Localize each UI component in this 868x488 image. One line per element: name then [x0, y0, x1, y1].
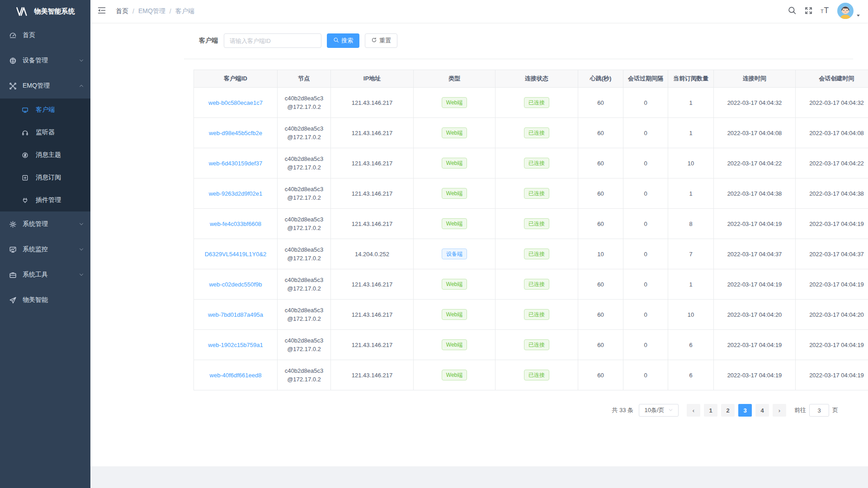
heartbeat-cell: 60: [578, 209, 623, 239]
heartbeat-cell: 60: [578, 178, 623, 209]
page-button-2[interactable]: 2: [721, 404, 735, 417]
sidebar-item-system-monitoring[interactable]: 系统监控: [0, 237, 90, 262]
created-at-cell: 2022-03-17 04:04:22: [796, 148, 868, 178]
type-badge: Web端: [442, 339, 467, 350]
type-badge: 设备端: [442, 249, 467, 259]
expiry-cell: 0: [623, 239, 668, 269]
ip-cell: 121.43.146.217: [331, 148, 414, 178]
sidebar-item-device-management[interactable]: 设备管理: [0, 48, 90, 73]
next-page-button[interactable]: ›: [773, 404, 786, 417]
sidebar-item-listener[interactable]: 监听器: [0, 121, 90, 144]
emq-icon: [9, 82, 17, 90]
topic-icon: [22, 152, 28, 159]
client-id-link[interactable]: web-b0c580ecae1c7: [208, 99, 263, 106]
created-at-cell: 2022-03-17 04:04:38: [796, 178, 868, 209]
user-menu[interactable]: [837, 3, 861, 20]
column-header: 连接时间: [714, 70, 796, 88]
subscriptions-cell: 1: [668, 118, 714, 148]
node-cell: c40b2d8ea5c3@172.17.0.2: [278, 118, 331, 148]
heartbeat-cell: 60: [578, 300, 623, 330]
page-button-4[interactable]: 4: [755, 404, 769, 417]
table-row: web-7bd01d87a495ac40b2d8ea5c3@172.17.0.2…: [194, 300, 868, 330]
sidebar-item-label: 设备管理: [23, 56, 48, 65]
page-size-select[interactable]: 10条/页: [639, 404, 679, 417]
sidebar-item-message-topic[interactable]: 消息主题: [0, 144, 90, 166]
status-badge: 已连接: [524, 339, 549, 350]
connected-at-cell: 2022-03-17 04:04:19: [714, 269, 796, 300]
column-header: 会话过期间隔: [623, 70, 668, 88]
search-button[interactable]: 搜索: [327, 33, 359, 48]
page-button-1[interactable]: 1: [704, 404, 717, 417]
heartbeat-cell: 60: [578, 360, 623, 390]
status-badge: 已连接: [524, 97, 549, 108]
svg-text:T: T: [824, 6, 829, 15]
page-button-3[interactable]: 3: [738, 404, 752, 417]
column-header: 心跳(秒): [578, 70, 623, 88]
sidebar-item-plugin-management[interactable]: 插件管理: [0, 189, 90, 211]
magnifier-icon: [788, 6, 797, 15]
fold-icon: [97, 6, 106, 15]
client-id-link[interactable]: web-d98e45b5cfb2e: [209, 130, 262, 136]
sidebar-item-message-subscription[interactable]: 消息订阅: [0, 166, 90, 189]
created-at-cell: 2022-03-17 04:04:08: [796, 118, 868, 148]
heartbeat-cell: 60: [578, 118, 623, 148]
status-badge: 已连接: [524, 370, 549, 380]
type-badge: Web端: [442, 158, 467, 169]
sidebar-item-home[interactable]: 首页: [0, 23, 90, 48]
heartbeat-cell: 10: [578, 239, 623, 269]
pagination-total: 共 33 条: [612, 406, 633, 414]
connected-at-cell: 2022-03-17 04:04:19: [714, 360, 796, 390]
client-id-input[interactable]: [224, 33, 321, 48]
fullscreen-icon[interactable]: [804, 6, 813, 17]
client-id-link[interactable]: web-40f6df661eed8: [210, 372, 262, 379]
node-cell: c40b2d8ea5c3@172.17.0.2: [278, 360, 331, 390]
avatar[interactable]: [837, 3, 854, 19]
sidebar-item-label: 客户端: [36, 106, 55, 114]
column-header: IP地址: [331, 70, 414, 88]
node-cell: c40b2d8ea5c3@172.17.0.2: [278, 88, 331, 118]
created-at-cell: 2022-03-17 04:04:37: [796, 239, 868, 269]
font-size-icon[interactable]: TT: [821, 6, 830, 17]
ip-cell: 121.43.146.217: [331, 269, 414, 300]
client-id-link[interactable]: web-7bd01d87a495a: [208, 311, 263, 318]
sidebar-item-system-tools[interactable]: 系统工具: [0, 262, 90, 287]
heartbeat-cell: 60: [578, 330, 623, 360]
client-id-link[interactable]: web-9263d2d9f02e1: [209, 190, 263, 197]
column-header: 节点: [278, 70, 331, 88]
ip-cell: 121.43.146.217: [331, 209, 414, 239]
connected-at-cell: 2022-03-17 04:04:08: [714, 118, 796, 148]
prev-page-button[interactable]: ‹: [687, 404, 700, 417]
svg-text:T: T: [821, 9, 824, 14]
goto-page-input[interactable]: [809, 404, 829, 417]
sidebar-item-wumei-smart[interactable]: 物美智能: [0, 287, 90, 313]
reset-button[interactable]: 重置: [365, 33, 397, 48]
type-badge: Web端: [442, 279, 467, 290]
type-badge: Web端: [442, 218, 467, 229]
client-id-link[interactable]: web-c02dedc550f9b: [209, 281, 262, 288]
breadcrumb-emq: EMQ管理: [138, 7, 165, 15]
sidebar-item-system-management[interactable]: 系统管理: [0, 211, 90, 237]
sidebar: 物美智能系统 首页设备管理EMQ管理客户端监听器消息主题消息订阅插件管理系统管理…: [0, 0, 90, 488]
pagination: 共 33 条 10条/页 ‹ 1234 › 前往 页: [193, 404, 838, 417]
sidebar-item-client[interactable]: 客户端: [0, 99, 90, 121]
client-id-link[interactable]: web-1902c15b759a1: [208, 342, 263, 348]
clients-table: 客户端ID节点IP地址类型连接状态心跳(秒)会话过期间隔当前订阅数量连接时间会话…: [193, 70, 868, 390]
connected-at-cell: 2022-03-17 04:04:20: [714, 300, 796, 330]
sidebar-item-emq-management[interactable]: EMQ管理: [0, 73, 90, 99]
expiry-cell: 0: [623, 269, 668, 300]
ip-cell: 14.204.0.252: [331, 239, 414, 269]
client-id-link[interactable]: web-fe4c033bf6608: [210, 221, 261, 227]
status-badge: 已连接: [524, 309, 549, 320]
sidebar-item-label: 消息主题: [36, 151, 61, 159]
client-id-link[interactable]: web-6d430159def37: [209, 160, 263, 167]
breadcrumb-current: 客户端: [175, 7, 194, 15]
section-divider: [184, 59, 853, 59]
search-icon[interactable]: [788, 6, 797, 17]
table-row: web-1902c15b759a1c40b2d8ea5c3@172.17.0.2…: [194, 330, 868, 360]
column-header: 会话创建时间: [796, 70, 868, 88]
client-id-link[interactable]: D6329VL54419L1Y0&2: [205, 251, 267, 258]
monitor-icon: [9, 246, 17, 253]
table-row: D6329VL54419L1Y0&2c40b2d8ea5c3@172.17.0.…: [194, 239, 868, 269]
sidebar-fold-button[interactable]: [90, 6, 113, 17]
breadcrumb-home[interactable]: 首页: [116, 7, 128, 15]
